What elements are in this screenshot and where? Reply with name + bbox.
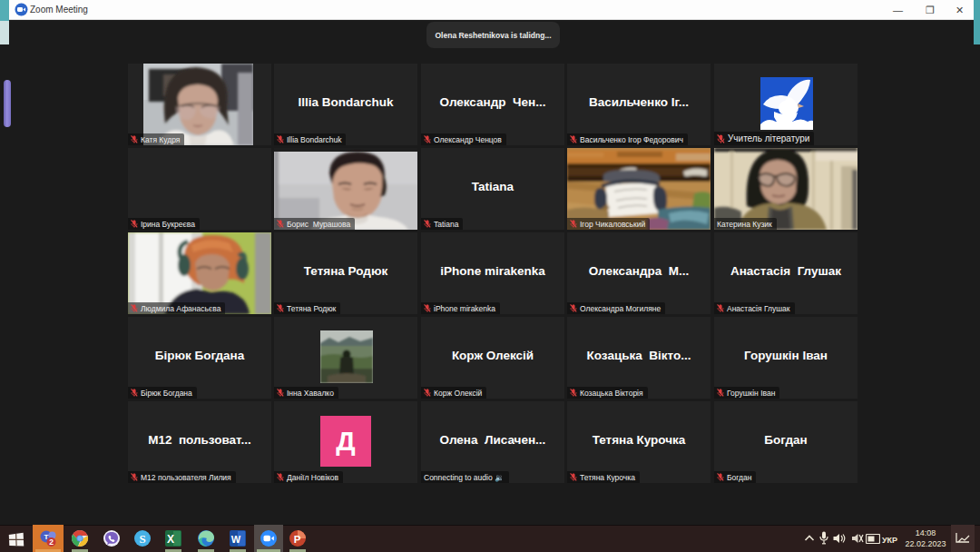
svg-text:P: P — [294, 534, 301, 545]
svg-text:W: W — [231, 534, 241, 545]
svg-text:S: S — [139, 532, 145, 546]
svg-text:X: X — [167, 533, 174, 546]
svg-text:2: 2 — [49, 537, 54, 547]
